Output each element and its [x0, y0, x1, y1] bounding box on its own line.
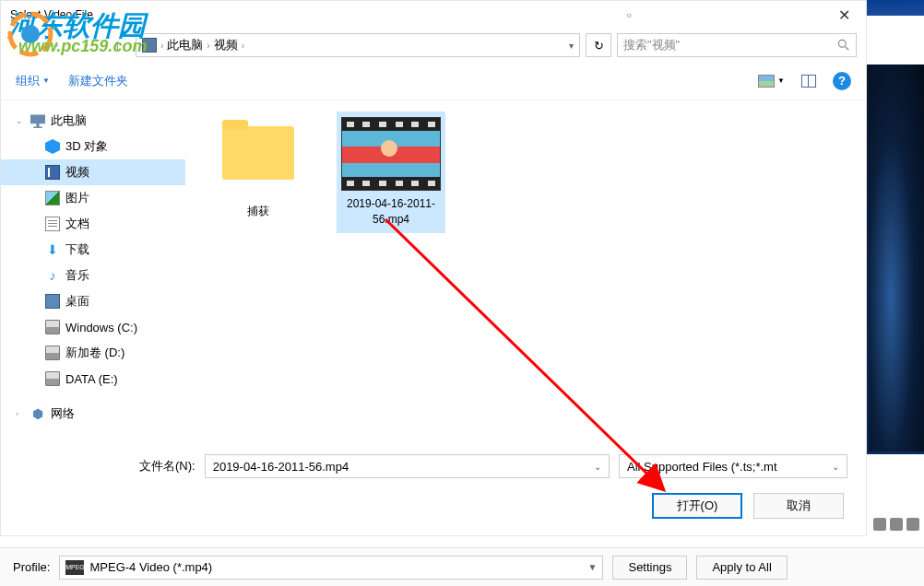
- sidebar-item-pictures[interactable]: 图片: [1, 185, 185, 211]
- filename-input[interactable]: 2019-04-16-2011-56.mp4 ⌄: [205, 454, 610, 478]
- apply-all-button[interactable]: Apply to All: [696, 556, 787, 580]
- sidebar-item-drive-e[interactable]: DATA (E:): [1, 366, 185, 392]
- download-icon: ⬇: [45, 242, 60, 257]
- folder-item[interactable]: 捕获: [204, 111, 313, 225]
- chevron-right-icon: ›: [160, 41, 163, 51]
- chevron-right-icon: ›: [207, 41, 209, 51]
- sidebar-item-downloads[interactable]: ⬇下载: [1, 237, 185, 263]
- desktop-icon: [45, 294, 60, 309]
- sidebar-item-drive-d[interactable]: 新加卷 (D:): [1, 340, 185, 366]
- drive-icon: [45, 371, 60, 386]
- profile-label: Profile:: [13, 560, 50, 574]
- profile-bar: Profile: MPEG MPEG-4 Video (*.mp4) ▼ Set…: [0, 547, 924, 586]
- video-filename: 2019-04-16-2011-56.mp4: [338, 196, 444, 228]
- profile-selector[interactable]: MPEG MPEG-4 Video (*.mp4) ▼: [59, 556, 603, 580]
- breadcrumb[interactable]: › 此电脑 › 视频 › ▾: [136, 33, 580, 57]
- filename-label: 文件名(N):: [139, 458, 195, 475]
- search-placeholder: 搜索"视频": [623, 37, 680, 53]
- navigation-row: ← → ▾ ↑ › 此电脑 › 视频 › ▾ ↻ 搜索"视频": [1, 29, 866, 62]
- sidebar-item-network[interactable]: ›⬢网络: [1, 401, 185, 427]
- cancel-button[interactable]: 取消: [753, 493, 844, 519]
- new-folder-button[interactable]: 新建文件夹: [68, 73, 128, 89]
- sidebar-tree: ⌄此电脑 3D 对象 视频 图片 文档 ⬇下载 ♪音乐 桌面 Windows (…: [1, 100, 185, 441]
- help-button[interactable]: ?: [833, 72, 851, 90]
- organize-menu[interactable]: 组织 ▼: [16, 73, 50, 89]
- chevron-down-icon: ▼: [588, 562, 598, 572]
- video-file-item[interactable]: 2019-04-16-2011-56.mp4: [337, 111, 445, 233]
- titlebar-marker-icon: ○: [626, 10, 632, 20]
- sidebar-item-music[interactable]: ♪音乐: [1, 263, 185, 288]
- settings-button[interactable]: Settings: [612, 556, 687, 580]
- svg-point-2: [838, 40, 846, 47]
- file-open-dialog: Select Video File ○ ✕ ← → ▾ ↑ › 此电脑 › 视频…: [0, 0, 867, 536]
- view-mode-button[interactable]: ▼: [758, 75, 785, 88]
- chevron-down-icon: ▼: [777, 76, 785, 85]
- sidebar-item-desktop[interactable]: 桌面: [1, 288, 185, 314]
- preview-pane-button[interactable]: [801, 75, 816, 88]
- video-thumbnail: [341, 117, 441, 191]
- search-icon: [837, 39, 850, 52]
- chevron-down-icon: ⌄: [832, 462, 839, 472]
- sidebar-item-3d[interactable]: 3D 对象: [1, 134, 185, 159]
- chevron-down-icon: ⌄: [594, 462, 601, 472]
- close-button[interactable]: ✕: [825, 6, 862, 24]
- background-video-preview: [869, 64, 924, 451]
- music-icon: ♪: [45, 268, 60, 283]
- cube-icon: [45, 139, 60, 154]
- search-input[interactable]: 搜索"视频": [617, 33, 857, 57]
- picture-icon: [45, 191, 60, 205]
- chevron-right-icon: ›: [242, 41, 244, 51]
- main-area: ⌄此电脑 3D 对象 视频 图片 文档 ⬇下载 ♪音乐 桌面 Windows (…: [1, 100, 866, 441]
- sidebar-item-this-pc[interactable]: ⌄此电脑: [1, 108, 185, 134]
- drive-icon: [45, 346, 60, 360]
- file-type-filter[interactable]: All Supported Files (*.ts;*.mt ⌄: [619, 454, 847, 478]
- nav-forward-button[interactable]: →: [41, 32, 67, 58]
- dialog-bottom: 文件名(N): 2019-04-16-2011-56.mp4 ⌄ All Sup…: [1, 441, 866, 535]
- drive-icon: [45, 320, 60, 334]
- breadcrumb-folder[interactable]: 视频: [214, 37, 238, 53]
- folder-name: 捕获: [247, 204, 269, 219]
- mpeg-icon: MPEG: [65, 560, 84, 575]
- refresh-button[interactable]: ↻: [586, 33, 611, 57]
- nav-history-button[interactable]: ▾: [73, 32, 99, 58]
- sidebar-item-drive-c[interactable]: Windows (C:): [1, 314, 185, 340]
- thumbnail-icon: [758, 75, 775, 88]
- folder-icon: [222, 126, 294, 180]
- svg-line-3: [846, 47, 849, 51]
- chevron-down-icon[interactable]: ▾: [569, 41, 574, 51]
- chevron-down-icon: ▼: [42, 76, 50, 85]
- open-button[interactable]: 打开(O): [652, 493, 742, 519]
- sidebar-item-videos[interactable]: 视频: [1, 159, 185, 185]
- background-playback-controls: [873, 518, 919, 531]
- pc-icon: [30, 113, 45, 128]
- network-icon: ⬢: [30, 406, 45, 421]
- breadcrumb-root[interactable]: 此电脑: [167, 37, 203, 53]
- document-icon: [45, 217, 60, 231]
- pc-icon: [142, 38, 157, 53]
- titlebar: Select Video File ○ ✕: [1, 1, 866, 29]
- video-icon: [45, 165, 60, 180]
- nav-back-button[interactable]: ←: [10, 32, 36, 58]
- sidebar-item-documents[interactable]: 文档: [1, 211, 185, 237]
- file-list[interactable]: 捕获 2019-04-16-2011-56.mp4: [185, 100, 866, 441]
- nav-up-button[interactable]: ↑: [104, 32, 130, 58]
- toolbar: 组织 ▼ 新建文件夹 ▼ ?: [1, 62, 866, 100]
- dialog-title: Select Video File: [10, 8, 93, 21]
